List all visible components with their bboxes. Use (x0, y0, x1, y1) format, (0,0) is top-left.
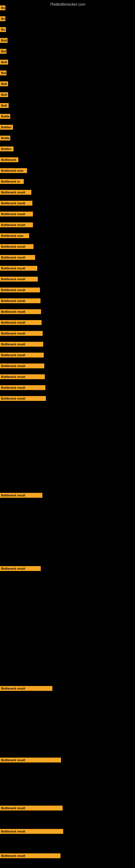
bottleneck-label: Bottleneck result (0, 255, 35, 260)
bottleneck-label: Bottleneck result (0, 266, 37, 271)
bottleneck-label: Bottleneck result (0, 566, 41, 571)
bottleneck-label: Bottleneck resu (0, 233, 29, 238)
bottleneck-item: Bottleneck result (0, 829, 63, 835)
bottleneck-label: Bottleneck result (0, 277, 38, 282)
bottleneck-item: Bo (0, 27, 6, 33)
bottleneck-item: Bot (0, 70, 6, 76)
bottleneck-item: Bottleneck result (0, 352, 44, 359)
bottleneck-label: Bo (0, 5, 5, 10)
bottleneck-label: Bottleneck result (0, 331, 43, 336)
bottleneck-item: Bottleneck result (0, 806, 63, 812)
bottleneck-label: Bottleneck result (0, 829, 63, 834)
bottleneck-item: Bottleneck result (0, 277, 38, 283)
bottleneck-label: Bottleneck result (0, 190, 31, 195)
bottleneck-label: Bo (0, 16, 5, 21)
bottleneck-item: Bottleneck resu (0, 233, 29, 239)
bottleneck-label: Bottleneck result (0, 806, 63, 810)
bottleneck-label: Bottleneck result (0, 757, 61, 763)
bottleneck-label: Bottle (0, 114, 10, 119)
bottleneck-item: Bottleneck result (0, 201, 32, 207)
bottleneck-item: Bo (0, 5, 5, 11)
bottleneck-item: Bottleneck result (0, 364, 44, 369)
bottleneck-label: Bott (0, 82, 8, 86)
bottleneck-item: Bott (0, 92, 8, 98)
bottleneck-item: Bottleneck result (0, 566, 41, 572)
bottleneck-item: Bott (0, 103, 9, 109)
bottleneck-item: Bottleneck (0, 157, 18, 163)
bottleneck-item: Bo (0, 16, 5, 22)
bottleneck-item: Bottleneck result (0, 396, 46, 402)
bottleneck-item: Bottleneck result (0, 244, 34, 250)
bottleneck-item: Bottleneck result (0, 374, 45, 380)
bottleneck-label: Bottleneck result (0, 342, 43, 347)
bottleneck-label: Bottleneck result (0, 396, 46, 401)
bottleneck-label: Bottleneck result (0, 244, 34, 249)
bottleneck-label: Bottleneck result (0, 309, 41, 314)
bottleneck-label: Bottleneck result (0, 374, 45, 379)
bottleneck-label: Bott (0, 60, 8, 65)
bottleneck-label: Bottleneck result (0, 212, 33, 216)
bottleneck-label: Bott (0, 103, 9, 108)
bottleneck-label: Bottleneck result (0, 854, 60, 858)
bottleneck-item: Bottlen (0, 147, 13, 152)
bottleneck-label: Bottlen (0, 147, 13, 151)
bottleneck-item: Bottleneck result (0, 212, 33, 218)
bottleneck-label: Bottleneck (0, 157, 18, 162)
bottleneck-label: Bo (0, 27, 6, 32)
bottleneck-label: Bott (0, 38, 8, 43)
bottleneck-item: Bottleneck result (0, 331, 43, 337)
bottleneck-label: Bott (0, 92, 8, 97)
bottleneck-label: Bottleneck result (0, 299, 41, 303)
bottleneck-label: Bottleneck result (0, 686, 52, 691)
bottleneck-item: Bottleneck result (0, 287, 40, 293)
bottleneck-item: Bottleneck result (0, 222, 33, 228)
bottleneck-item: Bottleneck result (0, 854, 60, 859)
bottleneck-item: Bott (0, 38, 8, 44)
site-title: TheBottlenecker.com (0, 0, 135, 8)
bottleneck-item: Bottlen (0, 125, 13, 131)
bottleneck-item: Bottleneck result (0, 299, 41, 304)
bottleneck-label: Bottleneck result (0, 385, 45, 390)
bottleneck-label: Bottleneck result (0, 222, 33, 227)
bottleneck-label: Bottleneck result (0, 493, 42, 498)
bottleneck-item: Bottleneck result (0, 320, 42, 326)
bottleneck-item: Bot (0, 49, 6, 55)
bottleneck-item: Bottle (0, 135, 10, 142)
items-container: BoBoBoBottBotBottBotBottBottBottBottleBo… (0, 8, 135, 868)
bottleneck-item: Bottleneck result (0, 342, 43, 348)
bottleneck-item: Bott (0, 60, 8, 66)
bottleneck-item: Bottleneck re (0, 179, 24, 185)
bottleneck-item: Bottleneck result (0, 757, 61, 764)
bottleneck-label: Bot (0, 70, 6, 75)
bottleneck-item: Bott (0, 82, 8, 87)
bottleneck-label: Bottleneck re (0, 179, 24, 184)
bottleneck-item: Bottleneck result (0, 266, 37, 272)
bottleneck-label: Bottlen (0, 125, 13, 130)
bottleneck-label: Bottleneck result (0, 352, 44, 358)
bottleneck-label: Bottle (0, 135, 10, 141)
bottleneck-item: Bottleneck result (0, 309, 41, 315)
bottleneck-item: Bottleneck result (0, 686, 52, 692)
bottleneck-label: Bottleneck result (0, 201, 32, 206)
bottleneck-item: Bottle (0, 114, 10, 120)
bottleneck-label: Bot (0, 49, 6, 54)
bottleneck-item: Bottleneck result (0, 190, 31, 196)
bottleneck-item: Bottleneck result (0, 493, 42, 499)
bottleneck-item: Bottleneck resu (0, 168, 27, 174)
bottleneck-item: Bottleneck result (0, 385, 45, 391)
bottleneck-label: Bottleneck resu (0, 168, 27, 173)
bottleneck-item: Bottleneck result (0, 255, 35, 261)
bottleneck-label: Bottleneck result (0, 320, 42, 325)
bottleneck-label: Bottleneck result (0, 287, 40, 292)
bottleneck-label: Bottleneck result (0, 364, 44, 368)
